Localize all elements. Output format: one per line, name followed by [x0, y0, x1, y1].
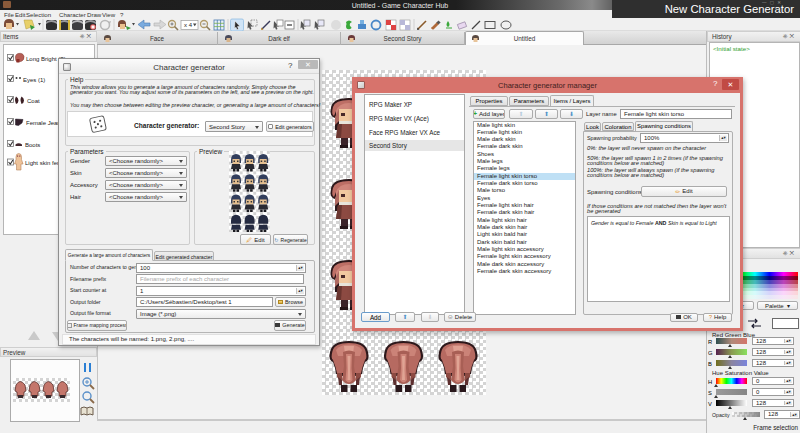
svg-text:Light skin fem: Light skin fem [25, 160, 62, 166]
svg-text:Boots: Boots [25, 141, 40, 147]
svg-text:Coat: Coat [27, 98, 40, 104]
svg-text:Eyes (1): Eyes (1) [23, 77, 45, 83]
svg-text:x 4: x 4 [184, 22, 193, 28]
